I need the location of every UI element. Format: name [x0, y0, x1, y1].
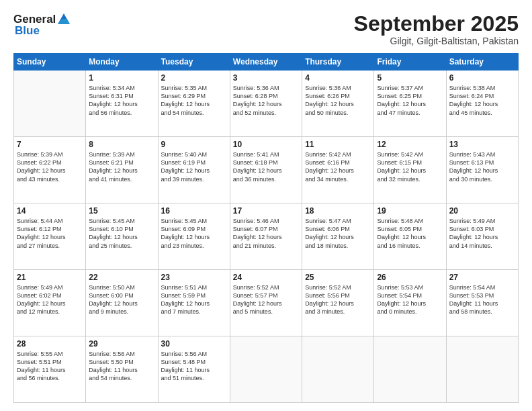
cell-line: and 39 minutes. [161, 175, 227, 183]
calendar-cell: 10Sunrise: 5:41 AMSunset: 6:18 PMDayligh… [230, 137, 302, 203]
cell-line: Sunrise: 5:44 AM [17, 217, 83, 225]
cell-line: and 32 minutes. [377, 175, 443, 183]
cell-line: Daylight: 12 hours [161, 300, 227, 308]
cell-line: Daylight: 12 hours [161, 100, 227, 108]
cell-line: Sunset: 6:13 PM [449, 158, 515, 167]
day-number: 19 [377, 206, 443, 216]
cell-line: and 54 minutes. [161, 109, 227, 117]
cell-line: and 16 minutes. [377, 242, 443, 250]
calendar-cell: 14Sunrise: 5:44 AMSunset: 6:12 PMDayligh… [14, 203, 86, 270]
calendar-cell: 18Sunrise: 5:47 AMSunset: 6:06 PMDayligh… [302, 203, 374, 270]
cell-line: Sunrise: 5:42 AM [305, 150, 371, 158]
month-title: September 2025 [354, 12, 519, 36]
cell-line: Sunrise: 5:56 AM [89, 350, 154, 358]
day-number: 20 [449, 206, 515, 216]
cell-line: Sunset: 6:18 PM [233, 158, 299, 167]
cell-line: Sunset: 6:07 PM [233, 225, 299, 233]
cell-line: Daylight: 12 hours [233, 167, 299, 175]
cell-line: Sunset: 6:25 PM [377, 92, 443, 100]
day-number: 26 [377, 273, 443, 282]
cell-line: Sunset: 6:15 PM [377, 158, 443, 167]
calendar-cell: 4Sunrise: 5:36 AMSunset: 6:26 PMDaylight… [302, 71, 374, 137]
day-number: 16 [161, 206, 227, 216]
cell-line: and 18 minutes. [305, 242, 371, 250]
cell-line: Sunrise: 5:46 AM [233, 217, 299, 225]
logo: General Blue [13, 12, 72, 38]
cell-line: Daylight: 12 hours [377, 300, 443, 308]
day-number: 29 [89, 339, 154, 349]
cell-line: Sunrise: 5:39 AM [17, 150, 83, 158]
cell-line: Sunrise: 5:34 AM [89, 84, 154, 92]
cell-line: Sunset: 6:31 PM [89, 92, 154, 100]
cell-line: Sunrise: 5:45 AM [89, 217, 154, 225]
calendar-cell: 24Sunrise: 5:52 AMSunset: 5:57 PMDayligh… [230, 270, 302, 336]
calendar-table: SundayMondayTuesdayWednesdayThursdayFrid… [13, 53, 519, 403]
cell-line: Sunrise: 5:47 AM [305, 217, 371, 225]
cell-line: Sunset: 6:24 PM [449, 92, 515, 100]
header: General Blue September 2025 Gilgit, Gilg… [13, 12, 519, 46]
cell-line: and 51 minutes. [161, 374, 227, 382]
cell-line: Sunset: 5:50 PM [89, 358, 154, 366]
cell-line: Sunset: 6:28 PM [233, 92, 299, 100]
cell-line: Daylight: 12 hours [377, 100, 443, 108]
cell-line: Sunrise: 5:43 AM [449, 150, 515, 158]
calendar-header-row: SundayMondayTuesdayWednesdayThursdayFrid… [14, 54, 519, 71]
calendar-cell: 20Sunrise: 5:49 AMSunset: 6:03 PMDayligh… [446, 203, 518, 270]
cell-line: Daylight: 12 hours [17, 233, 83, 241]
cell-line: Sunrise: 5:38 AM [449, 84, 515, 92]
calendar-cell: 2Sunrise: 5:35 AMSunset: 6:29 PMDaylight… [158, 71, 230, 137]
cell-line: Sunrise: 5:49 AM [449, 217, 515, 225]
calendar-header-sunday: Sunday [14, 54, 86, 71]
day-number: 6 [449, 73, 515, 83]
cell-line: and 9 minutes. [89, 308, 154, 316]
cell-line: Daylight: 12 hours [161, 233, 227, 241]
day-number: 4 [305, 73, 371, 83]
cell-line: Sunset: 6:10 PM [89, 225, 154, 233]
cell-line: Sunrise: 5:53 AM [377, 283, 443, 291]
cell-line: Sunset: 6:05 PM [377, 225, 443, 233]
cell-line: Daylight: 12 hours [17, 167, 83, 175]
calendar-week-1: 1Sunrise: 5:34 AMSunset: 6:31 PMDaylight… [14, 71, 519, 137]
day-number: 1 [89, 73, 154, 83]
cell-line: Sunset: 6:09 PM [161, 225, 227, 233]
cell-line: Daylight: 12 hours [305, 300, 371, 308]
cell-line: Daylight: 12 hours [233, 100, 299, 108]
calendar-cell: 9Sunrise: 5:40 AMSunset: 6:19 PMDaylight… [158, 137, 230, 203]
calendar-cell [302, 336, 374, 403]
day-number: 24 [233, 273, 299, 282]
cell-line: Sunrise: 5:39 AM [89, 150, 154, 158]
cell-line: Daylight: 12 hours [449, 100, 515, 108]
cell-line: Sunrise: 5:54 AM [449, 283, 515, 291]
cell-line: and 12 minutes. [17, 308, 83, 316]
calendar-header-friday: Friday [374, 54, 446, 71]
cell-line: Sunset: 6:29 PM [161, 92, 227, 100]
cell-line: Daylight: 12 hours [89, 100, 154, 108]
calendar-week-2: 7Sunrise: 5:39 AMSunset: 6:22 PMDaylight… [14, 137, 519, 203]
cell-line: and 30 minutes. [449, 175, 515, 183]
day-number: 11 [305, 140, 371, 149]
calendar-cell: 21Sunrise: 5:49 AMSunset: 6:02 PMDayligh… [14, 270, 86, 336]
calendar-cell: 3Sunrise: 5:36 AMSunset: 6:28 PMDaylight… [230, 71, 302, 137]
day-number: 17 [233, 206, 299, 216]
cell-line: Sunrise: 5:36 AM [233, 84, 299, 92]
cell-line: Daylight: 12 hours [305, 167, 371, 175]
calendar-cell: 11Sunrise: 5:42 AMSunset: 6:16 PMDayligh… [302, 137, 374, 203]
cell-line: Sunrise: 5:37 AM [377, 84, 443, 92]
cell-line: Sunrise: 5:41 AM [233, 150, 299, 158]
cell-line: Sunset: 5:48 PM [161, 358, 227, 366]
cell-line: Sunrise: 5:50 AM [89, 283, 154, 291]
cell-line: and 23 minutes. [161, 242, 227, 250]
calendar-cell: 1Sunrise: 5:34 AMSunset: 6:31 PMDaylight… [86, 71, 158, 137]
cell-line: and 52 minutes. [233, 109, 299, 117]
cell-line: Sunrise: 5:55 AM [17, 350, 83, 358]
calendar-cell: 26Sunrise: 5:53 AMSunset: 5:54 PMDayligh… [374, 270, 446, 336]
calendar-cell: 5Sunrise: 5:37 AMSunset: 6:25 PMDaylight… [374, 71, 446, 137]
cell-line: Daylight: 12 hours [89, 300, 154, 308]
day-number: 18 [305, 206, 371, 216]
cell-line: Daylight: 12 hours [377, 167, 443, 175]
cell-line: Sunrise: 5:48 AM [377, 217, 443, 225]
cell-line: Sunset: 6:12 PM [17, 225, 83, 233]
cell-line: Sunrise: 5:52 AM [305, 283, 371, 291]
cell-line: Daylight: 11 hours [161, 366, 227, 374]
cell-line: Daylight: 12 hours [377, 233, 443, 241]
